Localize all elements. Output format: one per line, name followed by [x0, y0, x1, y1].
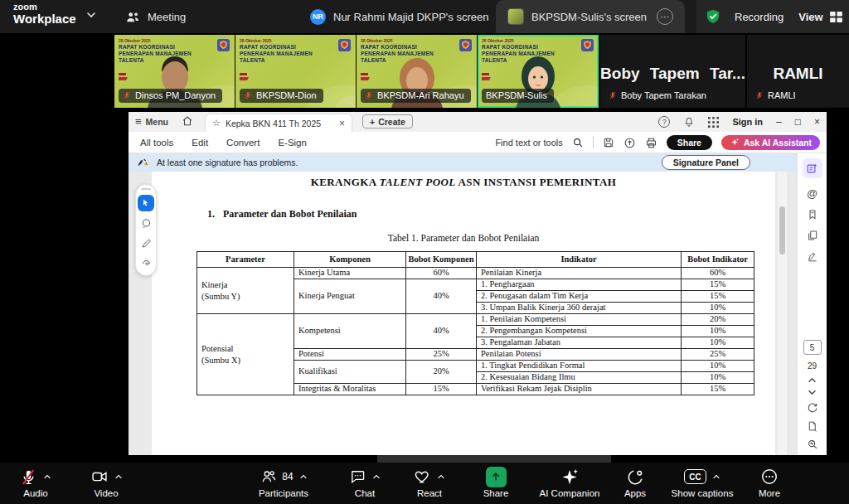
squiggle-icon	[141, 258, 152, 269]
react-options-chevron-icon[interactable]	[437, 474, 445, 479]
indikator-cell: 2. Pengembangan Kompetensi	[477, 326, 682, 337]
komponen-cell: Kinerja Utama	[294, 268, 406, 279]
show-captions-button[interactable]: CC Show captions	[657, 466, 748, 498]
participant-name: BKPSDM-Dion	[256, 90, 317, 100]
menu-button[interactable]: ≡ Menu	[135, 115, 168, 128]
more-button[interactable]: More	[743, 466, 796, 498]
comment-tool[interactable]	[138, 215, 154, 231]
window-close-icon[interactable]: ×	[814, 116, 820, 128]
ai-companion-button[interactable]: AI Companion	[524, 466, 615, 498]
chat-button[interactable]: Chat	[337, 466, 393, 498]
video-button[interactable]: Video	[79, 466, 133, 498]
signature-warning-bar: At least one signature has problems. Sig…	[129, 153, 797, 172]
bobot-cell: 25%	[682, 349, 754, 361]
mic-muted-icon	[365, 91, 373, 99]
export-pdf-icon[interactable]	[807, 420, 817, 432]
upload-share-icon[interactable]	[623, 137, 636, 149]
mentions-icon[interactable]: @	[807, 187, 817, 200]
indikator-cell: 2. Penugasan dalam Tim Kerja	[477, 291, 682, 303]
document-scrollbar[interactable]	[778, 172, 787, 455]
esign-menu[interactable]: E-Sign	[278, 138, 307, 148]
participant-big-name: Boby Tapem Tar...	[600, 65, 745, 83]
acrobat-toolbar: All tools Edit Convert E-Sign Find text …	[129, 132, 827, 153]
document-tab[interactable]: ☆ Kepka BKN 411 Th 2025 ... ×	[205, 114, 352, 132]
convert-menu[interactable]: Convert	[226, 138, 260, 148]
zoom-magnifier-icon[interactable]	[807, 439, 818, 450]
document-area: KERANGKA TALENT POOL ASN INSTANSI PEMERI…	[129, 172, 797, 455]
window-minimize-icon[interactable]: –	[776, 116, 782, 128]
video-tile-sulis-active[interactable]: 28 Oktober 2025 RAPAT KOORDINASI PENERAP…	[478, 35, 599, 108]
share-button[interactable]: Share	[667, 135, 712, 150]
all-tools-menu[interactable]: All tools	[140, 138, 173, 148]
previous-page-chevron-icon[interactable]	[808, 377, 817, 383]
react-button[interactable]: React	[401, 466, 458, 498]
apps-button[interactable]: Apps	[607, 466, 663, 498]
sign-in-button[interactable]: Sign in	[732, 117, 763, 127]
home-icon[interactable]	[182, 115, 193, 127]
participants-options-chevron-icon[interactable]	[299, 474, 308, 479]
banner-title-line3: TALENTA	[361, 57, 386, 63]
chevron-down-icon[interactable]	[86, 12, 96, 18]
tab-meeting[interactable]: Meeting	[114, 0, 197, 33]
save-icon[interactable]	[603, 137, 614, 148]
tab-nur-rahmi-screen[interactable]: NR Nur Rahmi Majid DKPP's screen	[298, 0, 500, 33]
tab-options-ellipsis-icon[interactable]: ⋯	[657, 8, 673, 25]
current-page-input[interactable]: 5	[803, 340, 822, 355]
close-tab-icon[interactable]: ×	[339, 118, 345, 129]
find-text-label[interactable]: Find text or tools	[495, 138, 562, 148]
video-tile-ari-rahayu[interactable]: 28 Oktober 2025 RAPAT KOORDINASI PENERAP…	[357, 35, 477, 108]
tab-sulis-screen-active[interactable]: BKPSDM-Sulis's screen ⋯	[496, 0, 685, 33]
banner-title-line1: RAPAT KOORDINASI	[240, 44, 296, 50]
signature-panel-button[interactable]: Signature Panel	[662, 155, 750, 170]
banner-title-line1: RAPAT KOORDINASI	[119, 44, 175, 50]
banner-date: 28 Oktober 2025	[361, 38, 393, 43]
bookmark-icon[interactable]	[807, 209, 818, 220]
participant-name: Boby Tapem Tarakan	[621, 90, 706, 100]
create-button[interactable]: + Create	[362, 114, 413, 128]
apps-icon	[627, 468, 644, 486]
chat-options-chevron-icon[interactable]	[372, 474, 381, 479]
banner-title-line3: TALENTA	[119, 57, 144, 63]
star-icon[interactable]: ☆	[212, 118, 221, 128]
rotate-page-icon[interactable]	[807, 402, 818, 414]
share-label: Share	[483, 488, 509, 498]
print-icon[interactable]	[645, 137, 657, 149]
bell-icon[interactable]	[683, 116, 695, 128]
participants-button[interactable]: 84 Participants	[245, 466, 322, 498]
search-icon[interactable]	[572, 137, 584, 148]
video-tile-dion[interactable]: 28 Oktober 2025 RAPAT KOORDINASI PENERAP…	[235, 35, 356, 108]
scrollbar-thumb[interactable]	[779, 206, 785, 254]
select-tool[interactable]	[138, 195, 154, 211]
view-button-label[interactable]: View	[798, 11, 822, 23]
video-tile-ramli[interactable]: RAMLI RAMLI	[747, 35, 849, 108]
window-maximize-icon[interactable]: □	[795, 116, 801, 128]
video-options-chevron-icon[interactable]	[114, 474, 123, 479]
video-tile-boby[interactable]: Boby Tapem Tar... Boby Tapem Tarakan	[600, 35, 745, 108]
pencil-tool[interactable]	[138, 235, 154, 251]
col-komponen: Komponen	[294, 252, 406, 268]
view-grid-icon[interactable]	[830, 12, 842, 22]
tab-sulis-label: BKPSDM-Sulis's screen	[531, 11, 647, 23]
draw-signature-tool[interactable]	[138, 254, 154, 271]
audio-button[interactable]: Audio	[8, 466, 63, 498]
next-page-chevron-icon[interactable]	[808, 390, 817, 395]
palette-drag-handle[interactable]	[141, 188, 151, 190]
security-shield-icon[interactable]	[705, 8, 721, 25]
signature-pen-icon[interactable]	[807, 250, 818, 262]
document-tab-label: Kepka BKN 411 Th 2025 ...	[226, 119, 323, 128]
video-tile-dinsos[interactable]: 28 Oktober 2025 RAPAT KOORDINASI PENERAP…	[114, 35, 235, 108]
ask-ai-assistant-button[interactable]: Ask AI Assistant	[721, 135, 820, 150]
divider	[593, 137, 594, 148]
bobot-penilaian-table: Parameter Komponen Bobot Komponen Indika…	[196, 251, 754, 395]
page-thumbnails-icon[interactable]	[807, 230, 818, 241]
participant-name-pill: RAMLI	[751, 89, 803, 103]
tab-meeting-label: Meeting	[148, 11, 186, 23]
ai-summary-icon[interactable]	[803, 158, 822, 178]
bobot-cell: 60%	[406, 268, 477, 279]
audio-options-chevron-icon[interactable]	[43, 474, 51, 479]
captions-options-chevron-icon[interactable]	[712, 474, 720, 479]
help-icon[interactable]: ?	[658, 116, 670, 128]
share-screen-button[interactable]: Share	[469, 466, 522, 498]
waffle-grid-icon[interactable]	[708, 117, 719, 128]
edit-menu[interactable]: Edit	[192, 138, 208, 148]
